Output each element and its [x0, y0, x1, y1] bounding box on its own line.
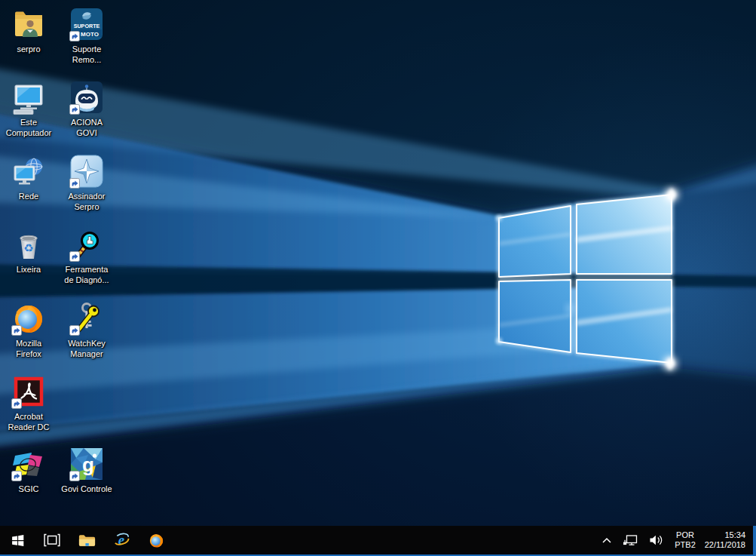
- icon-label-line: Assinador: [51, 191, 122, 201]
- shortcut-arrow-icon: [11, 325, 22, 336]
- start-button[interactable]: [0, 526, 35, 554]
- icon-label: Acrobat Reader DC: [0, 411, 64, 432]
- taskbar-firefox-button[interactable]: [139, 526, 173, 554]
- clock-time: 15:34: [724, 530, 745, 540]
- icon-label-line: Ferramenta: [51, 264, 122, 275]
- task-view-button[interactable]: [35, 526, 69, 554]
- tray-network-button[interactable]: [617, 526, 644, 554]
- internet-explorer-icon: e: [113, 532, 130, 548]
- desktop-icon-govi-controle[interactable]: g Govi Controle: [58, 446, 115, 517]
- desktop-icon-este-computador[interactable]: Este Computador: [0, 79, 57, 150]
- clock-date: 22/11/2018: [705, 540, 745, 550]
- firefox-icon: [148, 532, 165, 549]
- language-code: POR: [676, 530, 694, 540]
- icon-label-line: Reader DC: [0, 422, 64, 432]
- desktop-icon-mozilla-firefox[interactable]: Mozilla Firefox: [0, 300, 57, 371]
- icon-label: Assinador Serpro: [51, 191, 122, 212]
- keyboard-layout-code: PTB2: [675, 540, 696, 550]
- icon-label-line: GOVI: [51, 127, 122, 138]
- desktop-icon-acrobat-reader[interactable]: Acrobat Reader DC: [0, 373, 57, 444]
- task-view-icon: [44, 533, 60, 547]
- desktop-icon-lixeira[interactable]: ♻ Lixeira: [0, 226, 57, 297]
- desktop-icon-suporte-remoto[interactable]: SUPORTE MOTO Suporte Remo...: [58, 6, 115, 77]
- desktop-icon-rede[interactable]: Rede: [0, 153, 57, 224]
- taskbar: e: [0, 526, 756, 556]
- icon-label-line: Acrobat: [0, 411, 64, 422]
- shortcut-arrow-icon: [69, 178, 80, 189]
- shortcut-arrow-icon: [11, 471, 22, 481]
- file-explorer-icon: [78, 533, 96, 548]
- icon-label: Suporte Remo...: [51, 44, 122, 65]
- shortcut-arrow-icon: [69, 104, 80, 115]
- taskbar-file-explorer-button[interactable]: [69, 526, 104, 554]
- recycle-symbol: ♻: [23, 241, 33, 255]
- desktop-icon-aciona-govi[interactable]: ACIONA GOVI: [58, 79, 115, 150]
- network-icon: [11, 153, 47, 189]
- tray-chevron-button[interactable]: [596, 526, 617, 554]
- icon-label: ACIONA GOVI: [51, 117, 122, 138]
- icon-label: Ferramenta de Diagnó...: [51, 264, 122, 285]
- shortcut-arrow-icon: [69, 471, 80, 481]
- tray-language-indicator[interactable]: POR PTB2: [669, 526, 702, 554]
- taskbar-internet-explorer-button[interactable]: e: [104, 526, 139, 554]
- system-tray: POR PTB2 15:34 22/11/2018: [596, 526, 756, 554]
- windows-logo-icon: [11, 533, 25, 548]
- shortcut-arrow-icon: [11, 398, 22, 409]
- desktop-icon-serpro[interactable]: serpro: [0, 6, 57, 77]
- icon-label-line: Serpro: [51, 201, 122, 212]
- icon-label: Govi Controle: [51, 484, 122, 494]
- desktop-icon-watchkey-manager[interactable]: WatchKey Manager: [58, 300, 115, 371]
- desktop-icon-ferramenta-diagnostico[interactable]: Ferramenta de Diagnó...: [58, 226, 115, 297]
- chevron-up-icon: [601, 536, 612, 545]
- shortcut-arrow-icon: [69, 325, 80, 336]
- user-folder-icon: [11, 6, 47, 42]
- tray-volume-button[interactable]: [644, 526, 669, 554]
- network-status-icon: [623, 534, 638, 547]
- shortcut-arrow-icon: [69, 251, 80, 262]
- this-pc-icon: [11, 79, 47, 115]
- speaker-icon: [649, 534, 663, 546]
- tray-clock[interactable]: 15:34 22/11/2018: [702, 526, 753, 554]
- show-desktop-button[interactable]: [753, 526, 756, 554]
- icon-label-line: WatchKey: [51, 338, 122, 349]
- govi-letter: g: [82, 453, 94, 476]
- icon-label-line: Govi Controle: [51, 484, 122, 494]
- icon-label-line: de Diagnó...: [51, 275, 122, 285]
- desktop: serpro SUPORTE MOTO Suporte Remo...: [0, 0, 756, 556]
- desktop-icon-sgic[interactable]: SGIC: [0, 446, 57, 517]
- suporte-icon-text: MOTO: [81, 31, 99, 38]
- desktop-icon-assinador-serpro[interactable]: Assinador Serpro: [58, 153, 115, 224]
- icon-label-line: Suporte: [51, 44, 122, 54]
- recycle-bin-icon: ♻: [11, 226, 47, 263]
- icon-label-line: Remo...: [51, 54, 122, 65]
- shortcut-arrow-icon: [69, 31, 80, 41]
- icon-label-line: ACIONA: [51, 117, 122, 127]
- icon-label-line: Manager: [51, 349, 122, 359]
- icon-label: WatchKey Manager: [51, 338, 122, 359]
- suporte-icon-text: SUPORTE: [74, 23, 100, 29]
